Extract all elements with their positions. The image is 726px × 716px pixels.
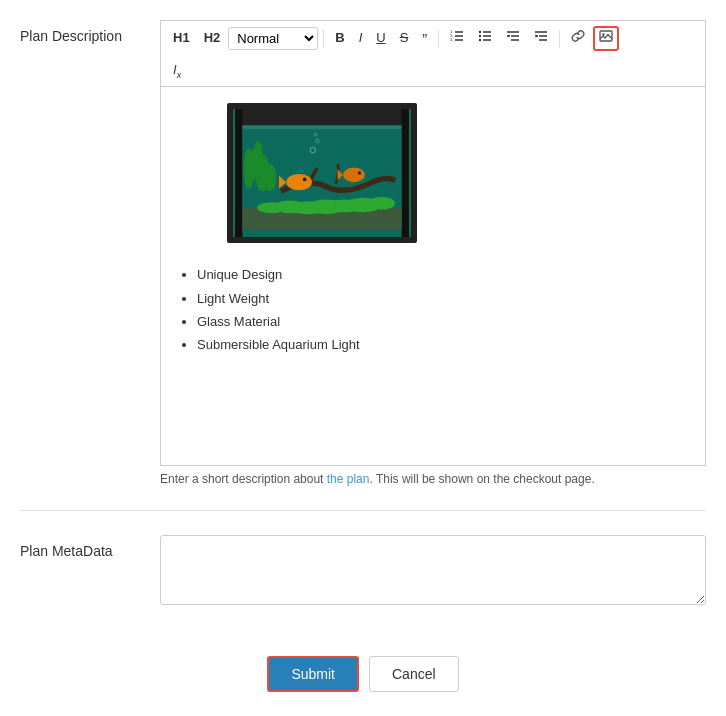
svg-point-10 (479, 35, 481, 37)
editor-content[interactable]: Unique Design Light Weight Glass Materia… (160, 86, 706, 466)
svg-point-39 (257, 202, 286, 213)
underline-button[interactable]: U (370, 26, 391, 50)
svg-point-42 (343, 168, 365, 183)
svg-rect-23 (235, 109, 242, 237)
list-item: Submersible Aquarium Light (197, 333, 689, 356)
submit-button[interactable]: Submit (267, 656, 359, 692)
help-text: Enter a short description about the plan… (160, 472, 706, 486)
plan-description-label: Plan Description (20, 20, 160, 44)
help-text-highlight: the plan (327, 472, 370, 486)
plan-metadata-label: Plan MetaData (20, 535, 160, 559)
action-buttons: Submit Cancel (20, 656, 706, 692)
bold-button[interactable]: B (329, 26, 350, 50)
cancel-button[interactable]: Cancel (369, 656, 459, 692)
svg-point-30 (263, 164, 276, 191)
italic-button[interactable]: I (353, 26, 369, 50)
plan-metadata-row: Plan MetaData (20, 535, 706, 632)
aquarium-image-container (177, 103, 689, 243)
plan-description-row: Plan Description H1 H2 Normal Heading 1 … (20, 20, 706, 511)
svg-point-34 (368, 197, 395, 210)
unordered-list-button[interactable] (472, 26, 498, 51)
h2-button[interactable]: H2 (198, 26, 227, 50)
editor-toolbar-row1: H1 H2 Normal Heading 1 Heading 2 Heading… (160, 20, 706, 56)
format-select[interactable]: Normal Heading 1 Heading 2 Heading 3 (228, 27, 318, 50)
list-item: Light Weight (197, 287, 689, 310)
h1-button[interactable]: H1 (167, 26, 196, 50)
svg-rect-22 (235, 109, 409, 125)
svg-rect-47 (242, 126, 401, 130)
svg-point-43 (358, 172, 361, 175)
metadata-textarea[interactable] (160, 535, 706, 605)
clear-format-button[interactable]: Ix (167, 58, 187, 84)
svg-point-31 (253, 141, 262, 168)
svg-point-32 (243, 149, 254, 189)
ordered-list-button[interactable]: 1.2.3. (444, 26, 470, 51)
strikethrough-button[interactable]: S (394, 26, 415, 50)
feature-list: Unique Design Light Weight Glass Materia… (177, 263, 689, 357)
aquarium-image (227, 103, 417, 243)
svg-point-41 (303, 178, 307, 182)
svg-text:3.: 3. (450, 37, 453, 42)
list-item: Glass Material (197, 310, 689, 333)
svg-point-9 (479, 31, 481, 33)
plan-description-field: H1 H2 Normal Heading 1 Heading 2 Heading… (160, 20, 706, 486)
indent-left-button[interactable] (500, 26, 526, 51)
svg-point-40 (286, 174, 312, 190)
svg-rect-24 (402, 109, 409, 237)
editor-toolbar-row2: Ix (160, 56, 706, 86)
quote-button[interactable]: ” (416, 25, 433, 52)
list-item: Unique Design (197, 263, 689, 286)
separator2 (438, 30, 439, 48)
plan-metadata-field (160, 535, 706, 608)
indent-right-button[interactable] (528, 26, 554, 51)
svg-point-19 (603, 33, 605, 35)
separator3 (559, 30, 560, 48)
link-button[interactable] (565, 26, 591, 51)
svg-point-11 (479, 39, 481, 41)
image-button[interactable] (593, 26, 619, 51)
separator1 (323, 30, 324, 48)
